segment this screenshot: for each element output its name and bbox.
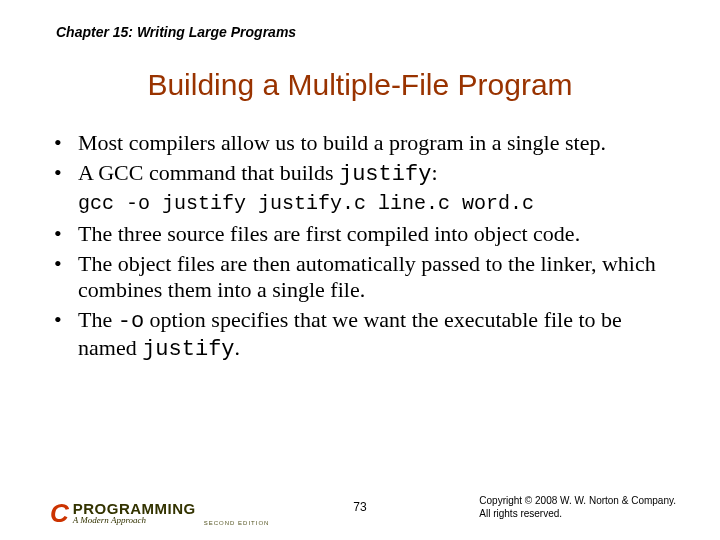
bullet-text: Most compilers allow us to build a progr… <box>78 130 606 155</box>
code-inline: -o <box>118 309 144 334</box>
logo-subtitle: A Modern Approach <box>73 516 196 525</box>
bullet-item: A GCC command that builds justify: <box>50 160 670 188</box>
code-line: gcc -o justify justify.c line.c word.c <box>78 192 670 215</box>
copyright: Copyright © 2008 W. W. Norton & Company.… <box>479 494 676 520</box>
bullet-list: The three source files are first compile… <box>50 221 670 363</box>
bullet-text: . <box>235 335 241 360</box>
bullet-text: The <box>78 307 118 332</box>
code-inline: justify <box>339 162 431 187</box>
slide-title: Building a Multiple-File Program <box>50 68 670 102</box>
logo-programming: PROGRAMMING <box>73 501 196 516</box>
footer: C PROGRAMMING A Modern Approach SECOND E… <box>0 482 720 526</box>
bullet-item: The -o option specifies that we want the… <box>50 307 670 363</box>
copyright-line: Copyright © 2008 W. W. Norton & Company. <box>479 494 676 507</box>
logo-edition: SECOND EDITION <box>204 520 270 526</box>
bullet-item: Most compilers allow us to build a progr… <box>50 130 670 156</box>
bullet-list: Most compilers allow us to build a progr… <box>50 130 670 188</box>
book-logo: C PROGRAMMING A Modern Approach SECOND E… <box>50 500 269 526</box>
bullet-text: The three source files are first compile… <box>78 221 580 246</box>
chapter-label: Chapter 15: Writing Large Programs <box>56 24 670 40</box>
bullet-item: The three source files are first compile… <box>50 221 670 247</box>
code-inline: justify <box>142 337 234 362</box>
bullet-text: A GCC command that builds <box>78 160 339 185</box>
slide: Chapter 15: Writing Large Programs Build… <box>0 0 720 363</box>
bullet-text: The object files are then automatically … <box>78 251 656 302</box>
copyright-line: All rights reserved. <box>479 507 676 520</box>
bullet-item: The object files are then automatically … <box>50 251 670 303</box>
page-number: 73 <box>353 500 366 514</box>
logo-text: PROGRAMMING A Modern Approach <box>73 501 196 525</box>
bullet-text: : <box>431 160 437 185</box>
logo-c-icon: C <box>50 500 69 526</box>
